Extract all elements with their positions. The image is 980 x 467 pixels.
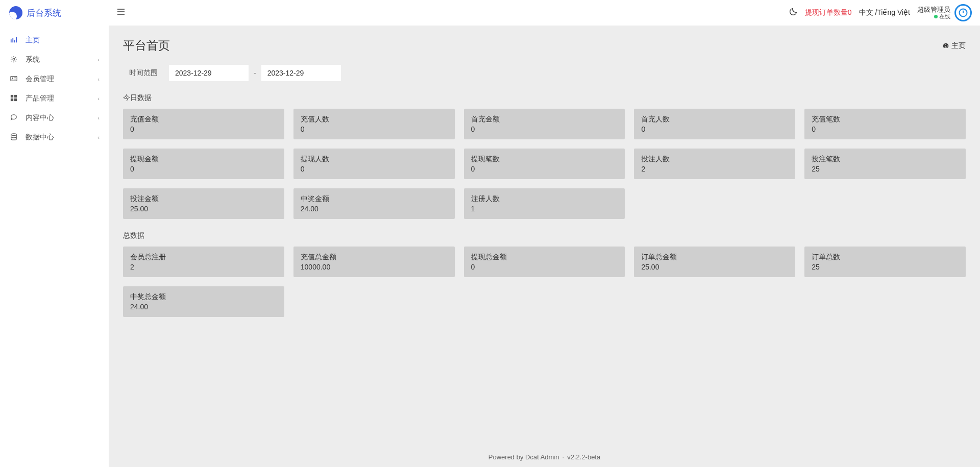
user-status: 在线 — [934, 13, 950, 20]
stat-card: 投注金额25.00 — [123, 188, 284, 219]
stat-card: 中奖金额24.00 — [293, 188, 455, 219]
footer-link[interactable]: Dcat Admin — [525, 453, 559, 461]
stat-label: 会员总注册 — [130, 253, 277, 262]
stat-value: 10000.00 — [301, 263, 448, 271]
footer-prefix: Powered by — [488, 453, 525, 461]
stat-label: 中奖总金额 — [130, 292, 277, 302]
stat-label: 充值总金额 — [301, 253, 448, 262]
sidebar-item-label: 数据中心 — [26, 133, 97, 142]
stat-value: 25 — [812, 165, 959, 173]
svg-rect-5 — [11, 76, 17, 81]
topbar: 提现订单数量0 中文 /Tiếng Việt 超级管理员 在线 — [109, 0, 980, 26]
sidebar-item-label: 主页 — [26, 36, 100, 45]
sidebar-item-content[interactable]: 内容中心 ‹ — [0, 108, 109, 128]
brand[interactable]: 后台系统 — [0, 0, 109, 26]
stat-card: 充值总金额10000.00 — [293, 247, 455, 277]
stat-label: 提现人数 — [301, 155, 448, 164]
stat-value: 2 — [130, 263, 277, 271]
stat-label: 订单总数 — [812, 253, 959, 262]
stat-card: 提现总金额0 — [464, 247, 625, 277]
chevron-left-icon: ‹ — [97, 134, 100, 140]
stat-label: 投注笔数 — [812, 155, 959, 164]
sidebar-item-data[interactable]: 数据中心 ‹ — [0, 128, 109, 147]
stat-label: 中奖金额 — [301, 194, 448, 204]
svg-rect-1 — [12, 38, 13, 42]
page-title: 平台首页 — [123, 38, 170, 54]
stat-value: 0 — [812, 125, 959, 133]
chevron-left-icon: ‹ — [97, 76, 100, 82]
avatar — [954, 4, 972, 21]
withdraw-order-count[interactable]: 提现订单数量0 — [805, 8, 852, 17]
chevron-left-icon: ‹ — [97, 115, 100, 121]
date-start-input[interactable] — [169, 65, 249, 81]
svg-point-4 — [13, 58, 15, 60]
sidebar-item-home[interactable]: 主页 — [0, 31, 109, 50]
total-section-title: 总数据 — [123, 231, 966, 240]
stat-label: 充值笔数 — [812, 115, 959, 124]
footer: Powered by Dcat Admin·v2.2.2-beta — [109, 447, 980, 467]
stat-card: 充值笔数0 — [804, 109, 966, 139]
language-switcher[interactable]: 中文 /Tiếng Việt — [859, 8, 910, 17]
user-menu[interactable]: 超级管理员 在线 — [917, 4, 972, 21]
stat-card: 订单总金额25.00 — [634, 247, 795, 277]
stat-card: 充值人数0 — [293, 109, 455, 139]
chat-icon — [9, 114, 18, 122]
stat-card: 注册人数1 — [464, 188, 625, 219]
stat-card: 提现笔数0 — [464, 149, 625, 179]
stat-label: 投注金额 — [130, 194, 277, 204]
user-name: 超级管理员 — [917, 6, 950, 14]
sidebar-item-members[interactable]: 会员管理 ‹ — [0, 69, 109, 89]
withdraw-label: 提现订单数量 — [805, 8, 848, 16]
svg-rect-9 — [11, 94, 13, 97]
content: 平台首页 主页 时间范围 - 今日数据 充值金额0充值人数0首充金额0首充人数0… — [109, 26, 980, 447]
stat-card: 充值金额0 — [123, 109, 284, 139]
stat-label: 提现笔数 — [471, 155, 618, 164]
grid-icon — [9, 94, 18, 103]
stat-label: 提现总金额 — [471, 253, 618, 262]
bars-icon — [9, 36, 18, 45]
sidebar-item-label: 产品管理 — [26, 94, 97, 103]
dark-mode-toggle[interactable] — [789, 7, 798, 18]
svg-rect-12 — [14, 98, 17, 101]
stat-card: 首充人数0 — [634, 109, 795, 139]
date-range-label: 时间范围 — [123, 65, 164, 81]
chevron-left-icon: ‹ — [97, 57, 100, 63]
gear-icon — [9, 56, 18, 64]
breadcrumb[interactable]: 主页 — [942, 41, 966, 51]
stat-value: 25.00 — [130, 205, 277, 213]
sidebar: 后台系统 主页 系统 ‹ 会员管理 ‹ — [0, 0, 109, 467]
id-card-icon — [9, 75, 18, 84]
stat-label: 提现金额 — [130, 155, 277, 164]
stat-value: 0 — [130, 165, 277, 173]
svg-point-6 — [12, 77, 13, 79]
sidebar-nav: 主页 系统 ‹ 会员管理 ‹ 产品管理 ‹ — [0, 26, 109, 147]
online-dot-icon — [934, 15, 938, 18]
brand-name: 后台系统 — [27, 7, 61, 19]
stat-label: 首充金额 — [471, 115, 618, 124]
hamburger-icon[interactable] — [117, 8, 125, 18]
stat-value: 2 — [641, 165, 788, 173]
database-icon — [9, 133, 18, 142]
svg-point-13 — [11, 133, 17, 135]
stat-value: 0 — [641, 125, 788, 133]
stat-card: 投注笔数25 — [804, 149, 966, 179]
date-end-input[interactable] — [261, 65, 341, 81]
stat-label: 投注人数 — [641, 155, 788, 164]
stat-value: 0 — [301, 125, 448, 133]
sidebar-item-label: 会员管理 — [26, 75, 97, 84]
breadcrumb-home: 主页 — [951, 41, 966, 51]
stat-value: 24.00 — [130, 303, 277, 311]
svg-rect-2 — [14, 40, 15, 42]
sidebar-item-products[interactable]: 产品管理 ‹ — [0, 89, 109, 108]
stat-card: 投注人数2 — [634, 149, 795, 179]
today-cards: 充值金额0充值人数0首充金额0首充人数0充值笔数0提现金额0提现人数0提现笔数0… — [123, 109, 966, 219]
stat-value: 1 — [471, 205, 618, 213]
stat-value: 0 — [471, 125, 618, 133]
svg-rect-11 — [11, 98, 13, 101]
stat-value: 24.00 — [301, 205, 448, 213]
stat-card: 提现人数0 — [293, 149, 455, 179]
today-section-title: 今日数据 — [123, 93, 966, 103]
sidebar-item-system[interactable]: 系统 ‹ — [0, 50, 109, 69]
stat-label: 充值金额 — [130, 115, 277, 124]
chevron-left-icon: ‹ — [97, 95, 100, 102]
